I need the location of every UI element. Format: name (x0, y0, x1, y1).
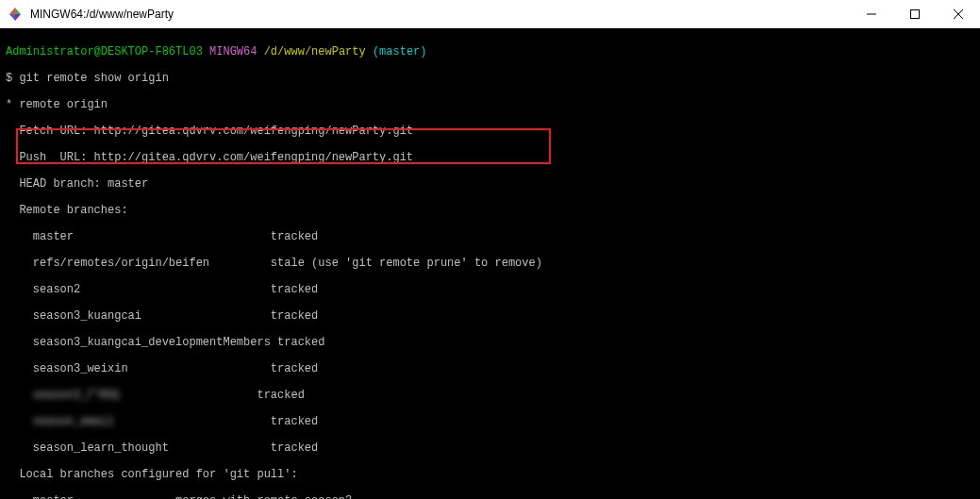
branch-name: (master) (373, 45, 427, 58)
output-line: * remote origin (6, 98, 974, 111)
app-icon (8, 7, 23, 22)
window-title: MINGW64:/d/www/newParty (30, 8, 850, 21)
output-line: Fetch URL: http://gitea.qdvrv.com/weifen… (6, 125, 974, 138)
titlebar-controls (850, 0, 980, 27)
user-host: Administrator@DESKTOP-F86TL03 (6, 45, 203, 58)
cwd-path: /d/www/newParty (264, 45, 366, 58)
svg-rect-1 (911, 10, 920, 19)
output-line: season3_weixin tracked (6, 362, 974, 375)
output-line: season_learn_thought tracked (6, 441, 974, 455)
prompt-line: Administrator@DESKTOP-F86TL03 MINGW64 /d… (6, 45, 974, 58)
output-line: season2 tracked (6, 283, 974, 296)
close-button[interactable] (937, 0, 980, 28)
output-line: HEAD branch: master (6, 177, 974, 191)
output-line: season3_kuangcai tracked (6, 309, 974, 323)
redacted-text: season_email (33, 415, 114, 428)
command-line: $ git remote show origin (6, 72, 974, 85)
minimize-button[interactable] (850, 0, 893, 28)
shell-name: MINGW64 (209, 45, 257, 58)
redacted-text: season3_广州社 (33, 389, 122, 402)
output-line: master merges with remote season3 (6, 494, 974, 499)
output-line: refs/remotes/origin/beifen stale (use 'g… (6, 257, 974, 270)
output-line: season_email tracked (6, 415, 974, 428)
output-line: master tracked (6, 230, 974, 243)
output-line: season3_kuangcai_developmentMembers trac… (6, 336, 974, 349)
output-line: season3_广州社 tracked (6, 389, 974, 402)
terminal-window: MINGW64:/d/www/newParty Administrator@DE… (0, 0, 980, 499)
titlebar: MINGW64:/d/www/newParty (0, 0, 980, 28)
output-line: Local branches configured for 'git pull'… (6, 468, 974, 481)
output-line: Remote branches: (6, 204, 974, 217)
output-line: Push URL: http://gitea.qdvrv.com/weifeng… (6, 151, 974, 164)
terminal-content[interactable]: Administrator@DESKTOP-F86TL03 MINGW64 /d… (0, 28, 980, 499)
maximize-button[interactable] (893, 0, 937, 28)
